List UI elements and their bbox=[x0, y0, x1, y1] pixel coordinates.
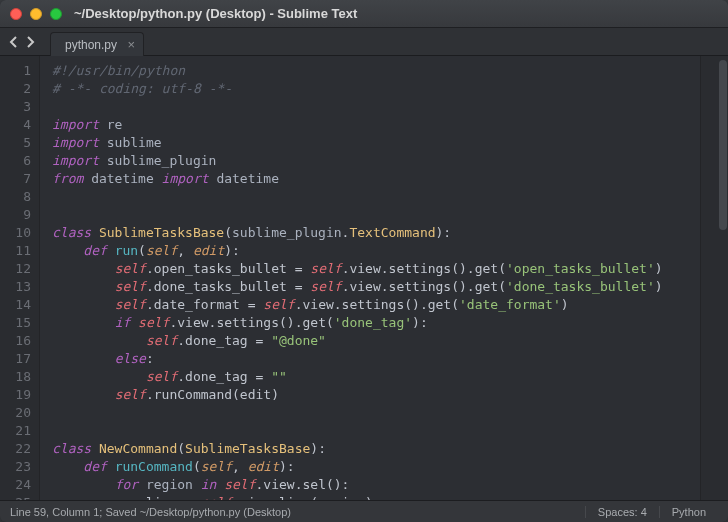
file-tab[interactable]: python.py × bbox=[50, 32, 144, 56]
traffic-lights bbox=[10, 8, 62, 20]
status-message: Line 59, Column 1; Saved ~/Desktop/pytho… bbox=[10, 506, 291, 518]
app-window: ~/Desktop/python.py (Desktop) - Sublime … bbox=[0, 0, 728, 522]
toolbar: python.py × bbox=[0, 28, 728, 56]
status-syntax[interactable]: Python bbox=[659, 506, 718, 518]
titlebar: ~/Desktop/python.py (Desktop) - Sublime … bbox=[0, 0, 728, 28]
minimap[interactable] bbox=[700, 56, 718, 500]
editor-area[interactable]: 1 2 3 4 5 6 7 8 9 10 11 12 13 14 15 16 1… bbox=[0, 56, 728, 500]
code-content[interactable]: #!/usr/bin/python # -*- coding: utf-8 -*… bbox=[40, 56, 700, 500]
back-icon[interactable] bbox=[8, 36, 20, 48]
status-spaces[interactable]: Spaces: 4 bbox=[585, 506, 659, 518]
maximize-icon[interactable] bbox=[50, 8, 62, 20]
minimize-icon[interactable] bbox=[30, 8, 42, 20]
close-icon[interactable] bbox=[10, 8, 22, 20]
tab-label: python.py bbox=[65, 38, 117, 52]
nav-arrows bbox=[0, 36, 44, 48]
line-gutter: 1 2 3 4 5 6 7 8 9 10 11 12 13 14 15 16 1… bbox=[0, 56, 40, 500]
tab-bar: python.py × bbox=[50, 28, 144, 55]
status-bar: Line 59, Column 1; Saved ~/Desktop/pytho… bbox=[0, 500, 728, 522]
forward-icon[interactable] bbox=[24, 36, 36, 48]
close-tab-icon[interactable]: × bbox=[127, 37, 135, 52]
vertical-scrollbar[interactable] bbox=[718, 56, 728, 500]
window-title: ~/Desktop/python.py (Desktop) - Sublime … bbox=[74, 6, 357, 21]
scrollbar-thumb[interactable] bbox=[719, 60, 727, 230]
